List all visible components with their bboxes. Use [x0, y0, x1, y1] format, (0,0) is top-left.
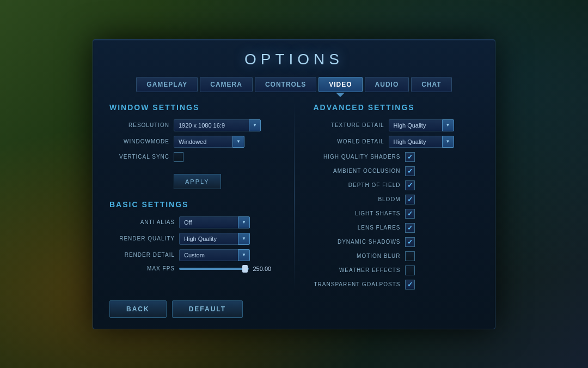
worlddetail-row: WORLD DETAIL High Quality — [314, 136, 479, 148]
texturedetail-select[interactable]: High Quality — [389, 119, 454, 131]
basic-settings-title: BASIC SETTINGS — [109, 200, 275, 209]
weathereffects-row: WEATHER EFFECTS — [314, 266, 479, 275]
antialias-select-wrapper: Off FXAA — [179, 216, 250, 228]
bloom-checkbox[interactable] — [405, 195, 415, 204]
windowmode-select-wrapper: Windowed Fullscreen — [174, 136, 244, 148]
antialias-row: ANTI ALIAS Off FXAA — [109, 216, 275, 228]
tabs-container: GAMEPLAY CAMERA CONTROLS VIDEO AUDIO CHA… — [109, 77, 479, 92]
renderquality-label: RENDER QUALITY — [109, 236, 175, 242]
tab-controls[interactable]: CONTROLS — [255, 77, 316, 92]
texturedetail-select-wrapper: High Quality — [389, 119, 454, 131]
transparentgoalposts-label: TRANSPARENT GOALPOSTS — [314, 281, 401, 287]
maxfps-row: MAX FPS 250.00 — [109, 266, 275, 272]
lensflares-label: LENS FLARES — [314, 225, 401, 231]
bloom-label: BLOOM — [314, 196, 401, 202]
depthoffield-label: DEPTH OF FIELD — [314, 182, 401, 188]
antialias-label: ANTI ALIAS — [109, 219, 175, 225]
maxfps-label: MAX FPS — [109, 266, 175, 272]
default-button[interactable]: DEFAULT — [172, 300, 243, 318]
ambientocclusion-checkbox[interactable] — [405, 166, 415, 176]
tab-gameplay[interactable]: GAMEPLAY — [136, 77, 198, 92]
depthoffield-checkbox[interactable] — [405, 180, 415, 190]
lightshafts-row: LIGHT SHAFTS — [314, 209, 479, 219]
vsync-row: VERTICAL SYNC — [109, 152, 275, 162]
vsync-label: VERTICAL SYNC — [109, 154, 169, 160]
windowmode-label: WINDOWMODE — [109, 138, 169, 144]
tab-chat[interactable]: CHAT — [411, 77, 451, 92]
renderdetail-row: RENDER DETAIL Custom Low — [109, 249, 275, 261]
maxfps-value: 250.00 — [253, 266, 275, 272]
resolution-row: RESOLUTION 1920 x 1080 16:9 1280 x 720 1… — [109, 119, 275, 131]
back-button[interactable]: BACK — [109, 300, 167, 318]
window-settings-title: WINDOW SETTINGS — [109, 103, 275, 112]
windowmode-row: WINDOWMODE Windowed Fullscreen — [109, 136, 275, 148]
lensflares-row: LENS FLARES — [314, 223, 479, 233]
lensflares-checkbox[interactable] — [405, 223, 415, 233]
transparentgoalposts-row: TRANSPARENT GOALPOSTS — [314, 280, 479, 289]
renderquality-select-wrapper: High Quality Low — [179, 233, 250, 245]
weathereffects-checkbox[interactable] — [405, 266, 415, 275]
left-panel: WINDOW SETTINGS RESOLUTION 1920 x 1080 1… — [109, 103, 275, 289]
renderdetail-select[interactable]: Custom Low — [179, 249, 250, 261]
modal-title: OPTIONS — [109, 51, 479, 68]
texturedetail-label: TEXTURE DETAIL — [314, 122, 384, 128]
dynamicshadows-label: DYNAMIC SHADOWS — [314, 239, 401, 245]
worlddetail-select[interactable]: High Quality — [389, 136, 454, 148]
renderquality-select[interactable]: High Quality Low — [179, 233, 250, 245]
worlddetail-select-wrapper: High Quality — [389, 136, 454, 148]
dynamicshadows-row: DYNAMIC SHADOWS — [314, 237, 479, 247]
maxfps-slider-track[interactable] — [179, 268, 249, 270]
content-area: WINDOW SETTINGS RESOLUTION 1920 x 1080 1… — [109, 103, 479, 289]
resolution-select[interactable]: 1920 x 1080 16:9 1280 x 720 16:9 — [174, 119, 261, 131]
transparentgoalposts-checkbox[interactable] — [405, 280, 415, 289]
depthoffield-row: DEPTH OF FIELD — [314, 180, 479, 190]
bloom-row: BLOOM — [314, 195, 479, 204]
motionblur-row: MOTION BLUR — [314, 251, 479, 261]
lightshafts-checkbox[interactable] — [405, 209, 415, 219]
lightshafts-label: LIGHT SHAFTS — [314, 210, 401, 216]
basic-settings-grid: ANTI ALIAS Off FXAA RENDER QUALITY — [109, 216, 275, 272]
renderdetail-select-wrapper: Custom Low — [179, 249, 250, 261]
hqshaders-row: HIGH QUALITY SHADERS — [314, 152, 479, 162]
right-panel: ADVANCED SETTINGS TEXTURE DETAIL High Qu… — [314, 103, 479, 289]
apply-row: APPLY — [109, 168, 275, 189]
hqshaders-checkbox[interactable] — [405, 152, 415, 162]
advanced-settings-title: ADVANCED SETTINGS — [314, 103, 479, 112]
tab-audio[interactable]: AUDIO — [365, 77, 409, 92]
texturedetail-row: TEXTURE DETAIL High Quality — [314, 119, 479, 131]
dynamicshadows-checkbox[interactable] — [405, 237, 415, 247]
resolution-label: RESOLUTION — [109, 122, 169, 128]
vertical-divider — [294, 103, 295, 289]
bottom-buttons: BACK DEFAULT — [109, 300, 479, 318]
motionblur-checkbox[interactable] — [405, 251, 415, 261]
vsync-checkbox[interactable] — [174, 152, 183, 162]
options-modal: OPTIONS GAMEPLAY CAMERA CONTROLS VIDEO A… — [93, 39, 495, 329]
tab-camera[interactable]: CAMERA — [200, 77, 253, 92]
worlddetail-label: WORLD DETAIL — [314, 138, 384, 144]
renderdetail-label: RENDER DETAIL — [109, 252, 175, 258]
hqshaders-label: HIGH QUALITY SHADERS — [314, 154, 401, 160]
advanced-settings-grid: TEXTURE DETAIL High Quality WORLD DETAIL — [314, 119, 479, 289]
windowmode-select[interactable]: Windowed Fullscreen — [174, 136, 244, 148]
tab-video[interactable]: VIDEO — [318, 77, 362, 92]
window-settings-grid: RESOLUTION 1920 x 1080 16:9 1280 x 720 1… — [109, 119, 275, 189]
ambientocclusion-row: AMBIENT OCCLUSION — [314, 166, 479, 176]
maxfps-slider-thumb[interactable] — [242, 265, 248, 273]
maxfps-slider-container: 250.00 — [179, 266, 275, 272]
antialias-select[interactable]: Off FXAA — [179, 216, 250, 228]
apply-button[interactable]: APPLY — [174, 174, 221, 189]
motionblur-label: MOTION BLUR — [314, 253, 401, 259]
resolution-select-wrapper: 1920 x 1080 16:9 1280 x 720 16:9 — [174, 119, 261, 131]
ambientocclusion-label: AMBIENT OCCLUSION — [314, 168, 401, 174]
renderquality-row: RENDER QUALITY High Quality Low — [109, 233, 275, 245]
weathereffects-label: WEATHER EFFECTS — [314, 267, 401, 273]
